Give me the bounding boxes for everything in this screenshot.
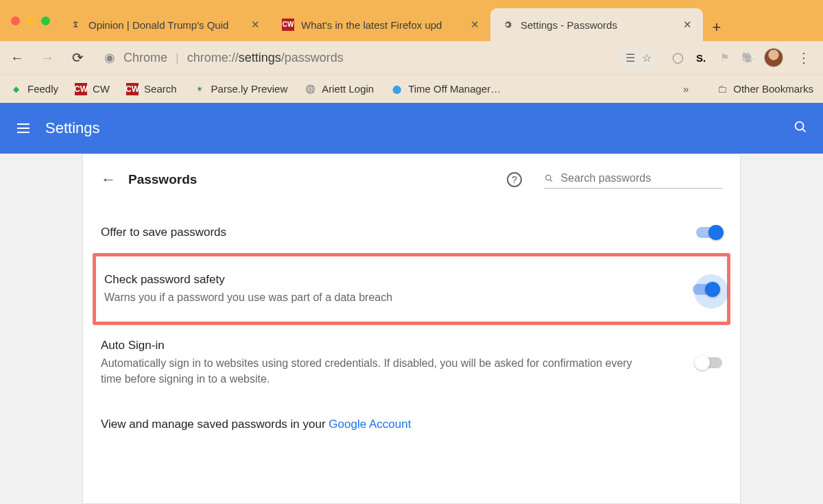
bookmark-ariett[interactable]: Ariett Login (304, 83, 374, 95)
setting-title: Check password safety (104, 273, 693, 287)
google-account-link[interactable]: Google Account (329, 418, 411, 431)
parsely-icon (193, 83, 206, 95)
svg-line-6 (550, 179, 552, 181)
address-bar[interactable]: ◉ Chrome | chrome://settings/passwords (99, 50, 606, 65)
omnibox-actions: ☰ ☆ (619, 49, 658, 67)
tab-title: Opinion | Donald Trump's Quid (88, 19, 244, 31)
setting-title: Auto Sign-in (101, 339, 696, 352)
url-prefix: chrome:// (187, 51, 239, 64)
reader-mode-icon[interactable]: ☰ (625, 51, 635, 64)
search-passwords-field[interactable] (544, 171, 722, 189)
cw-favicon-icon: CW (282, 19, 294, 31)
extension-icon[interactable]: ◯ (671, 51, 684, 64)
close-tab-icon[interactable]: ✕ (251, 19, 260, 31)
tab-firefox-article[interactable]: CW What's in the latest Firefox upd ✕ (271, 8, 490, 41)
url-path-strong: settings (239, 51, 281, 64)
search-icon (544, 173, 554, 184)
new-tab-button[interactable]: + (703, 14, 730, 41)
url-suffix: /passwords (281, 51, 344, 64)
forward-button[interactable]: → (38, 50, 56, 66)
browser-toolbar: ← → ⟳ ◉ Chrome | chrome://settings/passw… (0, 41, 823, 74)
setting-offer-save: Offer to save passwords (101, 213, 722, 252)
setting-description: Automatically sign in to websites using … (101, 355, 636, 387)
other-bookmarks-label: Other Bookmarks (733, 83, 813, 95)
back-arrow-button[interactable]: ← (101, 171, 116, 189)
bookmark-label: Time Off Manager… (408, 83, 501, 95)
tab-strip: Opinion | Donald Trump's Quid ✕ CW What'… (58, 0, 823, 41)
bookmarks-overflow-button[interactable]: » (683, 83, 689, 95)
reload-button[interactable]: ⟳ (69, 49, 86, 66)
gear-favicon-icon (501, 19, 514, 31)
back-button[interactable]: ← (8, 50, 26, 66)
url-separator: | (176, 51, 179, 65)
extension-icon[interactable]: S. (694, 51, 708, 64)
feedly-icon: ◆ (10, 83, 22, 95)
maximize-window-button[interactable] (41, 16, 50, 25)
help-icon[interactable]: ? (507, 172, 522, 187)
setting-auto-signin: Auto Sign-in Automatically sign in to we… (101, 326, 722, 399)
bookmark-timeoff[interactable]: ⬤ Time Off Manager… (390, 83, 501, 95)
tab-title: What's in the latest Firefox upd (301, 19, 464, 31)
cw-icon: CW (75, 83, 87, 95)
url-scheme-label: Chrome (123, 51, 167, 65)
nyt-favicon-icon (69, 19, 82, 31)
bookmark-star-icon[interactable]: ☆ (642, 51, 652, 64)
bookmark-cw[interactable]: CW CW (75, 83, 110, 95)
profile-avatar[interactable] (764, 48, 783, 67)
check-safety-toggle[interactable] (693, 284, 719, 295)
bookmark-label: Ariett Login (322, 83, 374, 95)
other-bookmarks-folder[interactable]: 🗀 Other Bookmarks (717, 83, 813, 95)
globe-icon (304, 83, 316, 95)
svg-line-4 (802, 129, 805, 132)
folder-icon: 🗀 (717, 83, 728, 95)
setting-description: Warns you if a password you use was part… (104, 289, 639, 305)
bookmark-parsely[interactable]: Parse.ly Preview (193, 83, 288, 95)
extension-icons: ◯ S. ⚑ 🐘 ⋮ (671, 48, 815, 67)
settings-header: Settings (0, 103, 823, 154)
setting-check-safety: Check password safety Warns you if a pas… (104, 261, 719, 317)
highlighted-setting: Check password safety Warns you if a pas… (93, 253, 730, 325)
minimize-window-button[interactable] (26, 16, 35, 25)
bookmark-feedly[interactable]: ◆ Feedly (10, 83, 58, 95)
svg-point-5 (546, 175, 551, 180)
browser-menu-button[interactable]: ⋮ (793, 49, 815, 66)
setting-title: Offer to save passwords (101, 226, 696, 239)
menu-button[interactable] (15, 120, 32, 136)
bookmark-label: Parse.ly Preview (211, 83, 288, 95)
tab-settings-passwords[interactable]: Settings - Passwords ✕ (490, 8, 703, 41)
close-window-button[interactable] (11, 16, 20, 25)
passwords-card: ← Passwords ? Offer to save passwords Ch… (82, 154, 741, 504)
bookmark-label: Feedly (27, 83, 58, 95)
settings-header-title: Settings (45, 119, 793, 137)
extension-flag-icon[interactable]: ⚑ (717, 51, 731, 64)
svg-point-3 (796, 122, 804, 130)
auto-signin-toggle[interactable] (696, 357, 722, 368)
traffic-lights (0, 16, 58, 25)
bookmark-label: CW (93, 83, 110, 95)
bookmark-search[interactable]: CW Search (126, 83, 177, 95)
google-account-link-row: View and manage saved passwords in your … (101, 400, 722, 431)
offer-save-toggle[interactable] (696, 227, 722, 238)
tab-title: Settings - Passwords (521, 19, 676, 31)
tab-opinion[interactable]: Opinion | Donald Trump's Quid ✕ (58, 8, 271, 41)
cw-icon: CW (126, 83, 139, 95)
card-header: ← Passwords ? (101, 171, 722, 189)
search-passwords-input[interactable] (560, 171, 722, 185)
extension-evernote-icon[interactable]: 🐘 (741, 51, 754, 64)
bookmark-label: Search (144, 83, 177, 95)
omnibox-pill: ☰ ☆ (619, 49, 658, 67)
site-info-icon[interactable]: ◉ (104, 50, 115, 65)
settings-search-button[interactable] (793, 119, 808, 137)
footer-text: View and manage saved passwords in your (101, 418, 329, 431)
page-title: Passwords (128, 172, 197, 187)
close-tab-icon[interactable]: ✕ (683, 19, 692, 31)
window-chrome: Opinion | Donald Trump's Quid ✕ CW What'… (0, 0, 823, 41)
settings-content: ← Passwords ? Offer to save passwords Ch… (0, 154, 823, 504)
close-tab-icon[interactable]: ✕ (470, 19, 479, 31)
bookmarks-bar: ◆ Feedly CW CW CW Search Parse.ly Previe… (0, 74, 823, 103)
droplet-icon: ⬤ (390, 83, 403, 95)
